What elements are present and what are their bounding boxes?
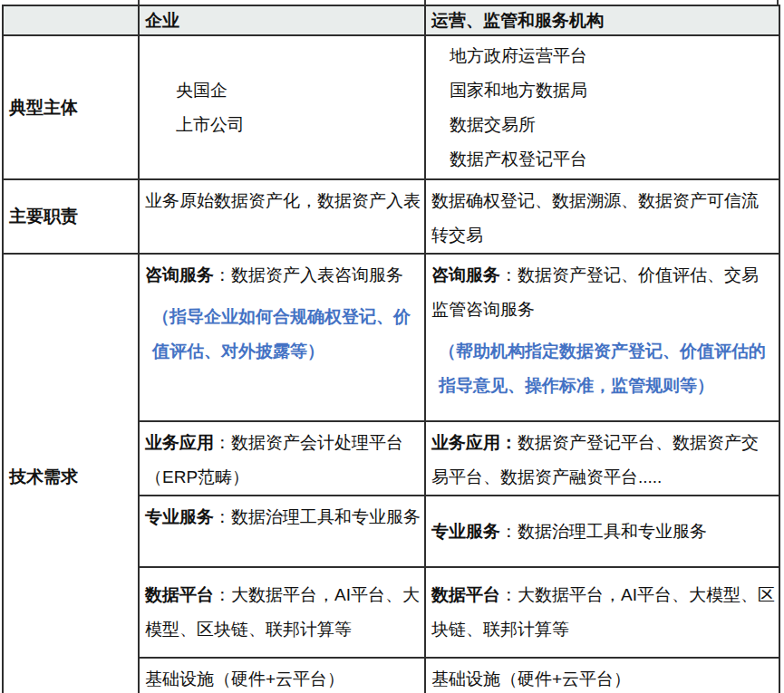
apps-enterprise-text: 业务应用：数据资产会计处理平台（ERP范畴）: [145, 426, 421, 495]
cell-platform-org: 数据平台：大数据平台，AI平台、大模型、区块链、联邦计算等: [425, 567, 779, 658]
consulting-enterprise-note: （指导企业如何合规确权登记、价值评估、对外披露等）: [145, 300, 421, 369]
header-enterprise-cell: 企业: [139, 5, 425, 35]
cell-infra-org: 基础设施（硬件+云平台）: [425, 658, 779, 693]
row-consulting-services: 技术需求 咨询服务：数据资产入表咨询服务 （指导企业如何合规确权登记、价值评估、…: [3, 254, 779, 421]
cell-platform-enterprise: 数据平台：大数据平台，AI平台、大模型、区块链、联邦计算等: [139, 567, 425, 658]
infra-enterprise-text: 基础设施（硬件+云平台）: [145, 662, 421, 693]
consulting-org-note: （帮助机构指定数据资产登记、价值评估的指导意见、操作标准，监管规则等）: [431, 334, 775, 403]
row-main-duties: 主要职责 业务原始数据资产化，数据资产入表 数据确权登记、数据溯源、数据资产可信…: [3, 179, 779, 254]
apps-org-text: 业务应用：数据资产登记平台、数据资产交易平台、数据资产融资平台.....: [431, 426, 775, 495]
cell-prof-enterprise: 专业服务：数据治理工具和专业服务: [139, 496, 425, 567]
subjects-org-line: 数据产权登记平台: [431, 142, 775, 177]
cell-subjects-org: 地方政府运营平台 国家和地方数据局 数据交易所 数据产权登记平台: [425, 35, 779, 179]
cell-prof-org: 专业服务：数据治理工具和专业服务: [425, 496, 779, 567]
consulting-enterprise-body: ：数据资产入表咨询服务: [214, 265, 403, 284]
subjects-org-line: 国家和地方数据局: [431, 73, 775, 108]
cell-consulting-enterprise: 咨询服务：数据资产入表咨询服务 （指导企业如何合规确权登记、价值评估、对外披露等…: [139, 254, 425, 421]
apps-org-label: 业务应用：: [431, 433, 518, 452]
prof-enterprise-body: ：数据治理工具和专业服务: [214, 507, 421, 526]
subjects-org-line: 数据交易所: [431, 108, 775, 142]
page: 企业 运营、监管和服务机构 典型主体 央国企 上市公司 地方政府运营平台 国家和…: [0, 0, 784, 693]
platform-org-label: 数据平台: [431, 585, 500, 604]
infra-org-body: 基础设施（硬件+云平台）: [431, 669, 631, 688]
subjects-enterprise-line: 上市公司: [145, 108, 421, 142]
cell-apps-org: 业务应用：数据资产登记平台、数据资产交易平台、数据资产融资平台.....: [425, 421, 779, 496]
consulting-org-text: 咨询服务：数据资产登记、价值评估、交易监管咨询服务: [431, 258, 775, 327]
consulting-enterprise-label: 咨询服务: [145, 265, 214, 284]
cell-duties-org: 数据确权登记、数据溯源、数据资产可信流转交易: [425, 179, 779, 254]
infra-org-text: 基础设施（硬件+云平台）: [431, 662, 775, 693]
row-label-main-duties: 主要职责: [3, 179, 139, 254]
cell-infra-enterprise: 基础设施（硬件+云平台）: [139, 658, 425, 693]
cell-subjects-enterprise: 央国企 上市公司: [139, 35, 425, 179]
platform-enterprise-text: 数据平台：大数据平台，AI平台、大模型、区块链、联邦计算等: [145, 578, 421, 647]
platform-org-text: 数据平台：大数据平台，AI平台、大模型、区块链、联邦计算等: [431, 578, 775, 647]
header-corner-cell: [3, 5, 139, 35]
comparison-table: 企业 运营、监管和服务机构 典型主体 央国企 上市公司 地方政府运营平台 国家和…: [2, 5, 780, 693]
header-org-cell: 运营、监管和服务机构: [425, 5, 779, 35]
prof-org-text: 专业服务：数据治理工具和专业服务: [431, 515, 775, 549]
cell-apps-enterprise: 业务应用：数据资产会计处理平台（ERP范畴）: [139, 421, 425, 496]
subjects-enterprise-line: 央国企: [145, 73, 421, 108]
infra-enterprise-body: 基础设施（硬件+云平台）: [145, 669, 344, 688]
cell-consulting-org: 咨询服务：数据资产登记、价值评估、交易监管咨询服务 （帮助机构指定数据资产登记、…: [425, 254, 779, 421]
prof-enterprise-text: 专业服务：数据治理工具和专业服务: [145, 500, 421, 534]
consulting-org-label: 咨询服务: [431, 265, 500, 284]
subjects-org-line: 地方政府运营平台: [431, 39, 775, 73]
row-typical-subjects: 典型主体 央国企 上市公司 地方政府运营平台 国家和地方数据局 数据交易所 数据…: [3, 35, 779, 179]
prof-org-body: ：数据治理工具和专业服务: [500, 522, 707, 541]
apps-enterprise-label: 业务应用: [145, 433, 214, 452]
consulting-enterprise-text: 咨询服务：数据资产入表咨询服务: [145, 258, 421, 293]
row-label-tech-needs: 技术需求: [3, 254, 139, 693]
prof-enterprise-label: 专业服务: [145, 507, 214, 526]
cell-duties-enterprise: 业务原始数据资产化，数据资产入表: [139, 179, 425, 254]
platform-enterprise-label: 数据平台: [145, 585, 214, 604]
header-row: 企业 运营、监管和服务机构: [3, 5, 779, 35]
row-label-typical-subjects: 典型主体: [3, 35, 139, 179]
prof-org-label: 专业服务: [431, 522, 500, 541]
